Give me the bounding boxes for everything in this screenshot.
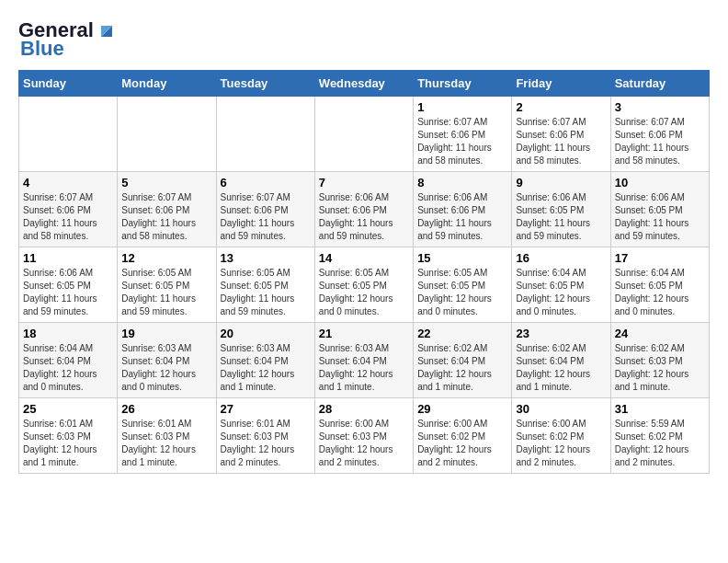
day-info: Sunrise: 6:02 AM Sunset: 6:04 PM Dayligh…: [516, 342, 606, 394]
day-info: Sunrise: 6:01 AM Sunset: 6:03 PM Dayligh…: [121, 418, 211, 469]
calendar-cell: 21Sunrise: 6:03 AM Sunset: 6:04 PM Dayli…: [314, 323, 413, 398]
calendar-cell: 26Sunrise: 6:01 AM Sunset: 6:03 PM Dayli…: [118, 398, 216, 474]
calendar-body: 1Sunrise: 6:07 AM Sunset: 6:06 PM Daylig…: [19, 97, 710, 474]
day-info: Sunrise: 6:07 AM Sunset: 6:06 PM Dayligh…: [615, 116, 705, 167]
day-number: 30: [516, 402, 606, 416]
day-number: 15: [417, 251, 507, 265]
day-info: Sunrise: 6:04 AM Sunset: 6:05 PM Dayligh…: [516, 267, 606, 318]
calendar-table: SundayMondayTuesdayWednesdayThursdayFrid…: [18, 70, 710, 474]
calendar-cell: 18Sunrise: 6:04 AM Sunset: 6:04 PM Dayli…: [19, 323, 118, 398]
logo: General Blue: [18, 18, 116, 61]
day-number: 24: [615, 327, 705, 340]
day-info: Sunrise: 6:03 AM Sunset: 6:04 PM Dayligh…: [319, 342, 409, 394]
day-info: Sunrise: 5:59 AM Sunset: 6:02 PM Dayligh…: [615, 418, 705, 469]
calendar-cell: 10Sunrise: 6:06 AM Sunset: 6:05 PM Dayli…: [610, 172, 709, 247]
day-info: Sunrise: 6:02 AM Sunset: 6:03 PM Dayligh…: [615, 342, 705, 394]
weekday-header: Thursday: [414, 71, 512, 97]
day-number: 28: [319, 402, 409, 416]
day-number: 26: [121, 402, 211, 416]
day-number: 23: [516, 327, 606, 340]
calendar-cell: 13Sunrise: 6:05 AM Sunset: 6:05 PM Dayli…: [216, 247, 314, 323]
day-number: 8: [417, 176, 507, 190]
day-number: 18: [23, 327, 113, 340]
day-info: Sunrise: 6:04 AM Sunset: 6:05 PM Dayligh…: [615, 267, 705, 318]
calendar-week-row: 1Sunrise: 6:07 AM Sunset: 6:06 PM Daylig…: [19, 97, 710, 172]
calendar-cell: 8Sunrise: 6:06 AM Sunset: 6:06 PM Daylig…: [414, 172, 512, 247]
day-number: 4: [23, 176, 113, 190]
calendar-cell: 16Sunrise: 6:04 AM Sunset: 6:05 PM Dayli…: [512, 247, 610, 323]
calendar-week-row: 4Sunrise: 6:07 AM Sunset: 6:06 PM Daylig…: [19, 172, 710, 247]
logo-arrow-icon: [96, 20, 116, 40]
page-header: General Blue: [18, 18, 710, 61]
day-info: Sunrise: 6:02 AM Sunset: 6:04 PM Dayligh…: [417, 342, 507, 394]
logo-blue: Blue: [20, 37, 64, 61]
day-info: Sunrise: 6:00 AM Sunset: 6:02 PM Dayligh…: [417, 418, 507, 469]
day-number: 13: [221, 251, 311, 265]
calendar-cell: 25Sunrise: 6:01 AM Sunset: 6:03 PM Dayli…: [19, 398, 118, 474]
calendar-week-row: 18Sunrise: 6:04 AM Sunset: 6:04 PM Dayli…: [19, 323, 710, 398]
weekday-row: SundayMondayTuesdayWednesdayThursdayFrid…: [19, 71, 710, 97]
day-number: 27: [221, 402, 311, 416]
day-number: 29: [417, 402, 507, 416]
calendar-cell: 2Sunrise: 6:07 AM Sunset: 6:06 PM Daylig…: [512, 97, 610, 172]
day-number: 1: [417, 100, 507, 114]
day-info: Sunrise: 6:03 AM Sunset: 6:04 PM Dayligh…: [221, 342, 311, 394]
calendar-cell: 17Sunrise: 6:04 AM Sunset: 6:05 PM Dayli…: [610, 247, 709, 323]
day-number: 22: [417, 327, 507, 340]
day-number: 25: [23, 402, 113, 416]
day-info: Sunrise: 6:01 AM Sunset: 6:03 PM Dayligh…: [221, 418, 311, 469]
day-number: 11: [23, 251, 113, 265]
day-info: Sunrise: 6:06 AM Sunset: 6:05 PM Dayligh…: [23, 267, 113, 318]
day-number: 21: [319, 327, 409, 340]
day-info: Sunrise: 6:05 AM Sunset: 6:05 PM Dayligh…: [319, 267, 409, 318]
calendar-cell: 29Sunrise: 6:00 AM Sunset: 6:02 PM Dayli…: [414, 398, 512, 474]
calendar-cell: 1Sunrise: 6:07 AM Sunset: 6:06 PM Daylig…: [414, 97, 512, 172]
day-number: 5: [121, 176, 211, 190]
day-number: 10: [615, 176, 705, 190]
weekday-header: Tuesday: [216, 71, 314, 97]
day-info: Sunrise: 6:04 AM Sunset: 6:04 PM Dayligh…: [23, 342, 113, 394]
day-number: 14: [319, 251, 409, 265]
calendar-cell: 22Sunrise: 6:02 AM Sunset: 6:04 PM Dayli…: [414, 323, 512, 398]
day-number: 9: [516, 176, 606, 190]
day-number: 16: [516, 251, 606, 265]
calendar-cell: 30Sunrise: 6:00 AM Sunset: 6:02 PM Dayli…: [512, 398, 610, 474]
day-info: Sunrise: 6:00 AM Sunset: 6:03 PM Dayligh…: [319, 418, 409, 469]
day-info: Sunrise: 6:05 AM Sunset: 6:05 PM Dayligh…: [221, 267, 311, 318]
calendar-cell: 6Sunrise: 6:07 AM Sunset: 6:06 PM Daylig…: [216, 172, 314, 247]
calendar-cell: 15Sunrise: 6:05 AM Sunset: 6:05 PM Dayli…: [414, 247, 512, 323]
calendar-cell: 27Sunrise: 6:01 AM Sunset: 6:03 PM Dayli…: [216, 398, 314, 474]
day-number: 12: [121, 251, 211, 265]
calendar-cell: 23Sunrise: 6:02 AM Sunset: 6:04 PM Dayli…: [512, 323, 610, 398]
calendar-cell: [216, 97, 314, 172]
day-info: Sunrise: 6:01 AM Sunset: 6:03 PM Dayligh…: [23, 418, 113, 469]
day-number: 3: [615, 100, 705, 114]
calendar-cell: 3Sunrise: 6:07 AM Sunset: 6:06 PM Daylig…: [610, 97, 709, 172]
calendar-week-row: 25Sunrise: 6:01 AM Sunset: 6:03 PM Dayli…: [19, 398, 710, 474]
day-number: 6: [221, 176, 311, 190]
calendar-cell: 20Sunrise: 6:03 AM Sunset: 6:04 PM Dayli…: [216, 323, 314, 398]
calendar-cell: 5Sunrise: 6:07 AM Sunset: 6:06 PM Daylig…: [118, 172, 216, 247]
day-number: 2: [516, 100, 606, 114]
day-info: Sunrise: 6:06 AM Sunset: 6:05 PM Dayligh…: [516, 191, 606, 243]
calendar-cell: 31Sunrise: 5:59 AM Sunset: 6:02 PM Dayli…: [610, 398, 709, 474]
day-info: Sunrise: 6:05 AM Sunset: 6:05 PM Dayligh…: [417, 267, 507, 318]
weekday-header: Monday: [118, 71, 216, 97]
day-info: Sunrise: 6:07 AM Sunset: 6:06 PM Dayligh…: [516, 116, 606, 167]
day-info: Sunrise: 6:06 AM Sunset: 6:05 PM Dayligh…: [615, 191, 705, 243]
calendar-cell: 14Sunrise: 6:05 AM Sunset: 6:05 PM Dayli…: [314, 247, 413, 323]
calendar-cell: 9Sunrise: 6:06 AM Sunset: 6:05 PM Daylig…: [512, 172, 610, 247]
day-info: Sunrise: 6:06 AM Sunset: 6:06 PM Dayligh…: [319, 191, 409, 243]
calendar-cell: 28Sunrise: 6:00 AM Sunset: 6:03 PM Dayli…: [314, 398, 413, 474]
day-info: Sunrise: 6:07 AM Sunset: 6:06 PM Dayligh…: [121, 191, 211, 243]
day-info: Sunrise: 6:07 AM Sunset: 6:06 PM Dayligh…: [221, 191, 311, 243]
calendar-cell: [19, 97, 118, 172]
day-info: Sunrise: 6:03 AM Sunset: 6:04 PM Dayligh…: [121, 342, 211, 394]
day-info: Sunrise: 6:07 AM Sunset: 6:06 PM Dayligh…: [23, 191, 113, 243]
calendar-cell: 12Sunrise: 6:05 AM Sunset: 6:05 PM Dayli…: [118, 247, 216, 323]
day-info: Sunrise: 6:06 AM Sunset: 6:06 PM Dayligh…: [417, 191, 507, 243]
calendar-cell: 4Sunrise: 6:07 AM Sunset: 6:06 PM Daylig…: [19, 172, 118, 247]
day-number: 19: [121, 327, 211, 340]
day-number: 7: [319, 176, 409, 190]
day-info: Sunrise: 6:07 AM Sunset: 6:06 PM Dayligh…: [417, 116, 507, 167]
